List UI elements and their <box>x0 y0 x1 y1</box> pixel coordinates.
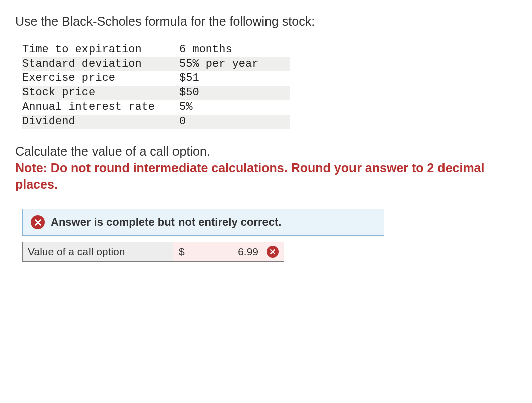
param-value: 5% <box>179 100 290 115</box>
param-row: Exercise price$51 <box>22 71 290 86</box>
param-label: Standard deviation <box>22 57 179 72</box>
param-value: 6 months <box>179 43 290 57</box>
param-value: $51 <box>179 71 290 86</box>
param-row: Time to expiration6 months <box>22 43 290 57</box>
currency-symbol: $ <box>179 246 185 258</box>
answer-label: Value of a call option <box>23 242 173 262</box>
param-value: $50 <box>179 86 290 100</box>
parameters-table: Time to expiration6 monthsStandard devia… <box>22 43 290 129</box>
param-label: Annual interest rate <box>22 100 179 115</box>
param-value: 55% per year <box>179 57 290 72</box>
instruction-note: Note: Do not round intermediate calculat… <box>15 160 517 194</box>
param-label: Stock price <box>22 86 179 100</box>
param-label: Dividend <box>22 115 179 129</box>
question-prompt: Calculate the value of a call option. <box>15 144 517 159</box>
param-row: Stock price$50 <box>22 86 290 100</box>
feedback-banner: Answer is complete but not entirely corr… <box>22 209 384 236</box>
param-label: Exercise price <box>22 71 179 86</box>
param-value: 0 <box>179 115 290 129</box>
param-row: Annual interest rate5% <box>22 100 290 115</box>
parameters-block: Time to expiration6 monthsStandard devia… <box>22 43 517 129</box>
param-label: Time to expiration <box>22 43 179 57</box>
answer-table: Value of a call option $ 6.99 <box>22 242 284 262</box>
param-row: Standard deviation55% per year <box>22 57 290 72</box>
answer-value: 6.99 <box>191 246 260 258</box>
intro-text: Use the Black-Scholes formula for the fo… <box>15 14 517 29</box>
incorrect-icon <box>267 246 279 258</box>
incorrect-icon <box>31 215 45 229</box>
feedback-message: Answer is complete but not entirely corr… <box>51 216 281 229</box>
answer-value-cell[interactable]: $ 6.99 <box>173 242 284 262</box>
answer-row: Value of a call option $ 6.99 <box>23 242 284 262</box>
param-row: Dividend0 <box>22 115 290 129</box>
